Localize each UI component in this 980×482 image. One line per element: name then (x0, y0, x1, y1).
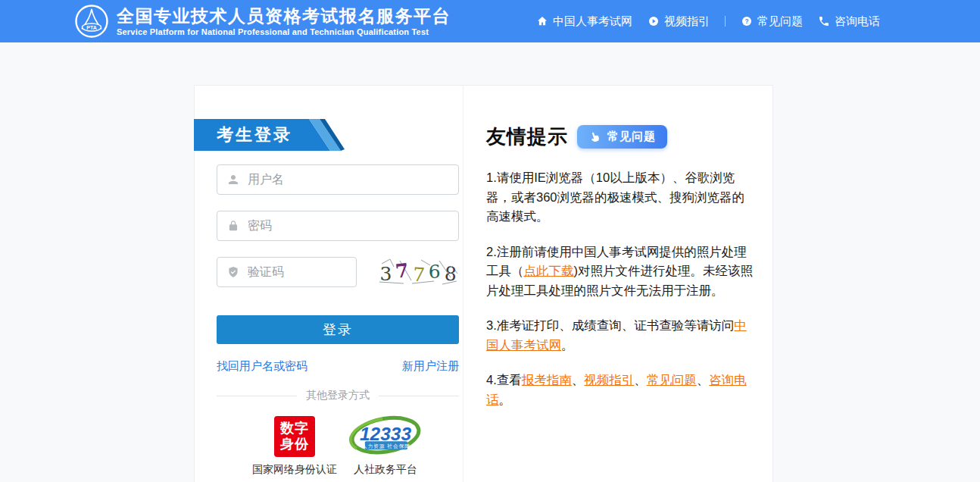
tip-paragraph: 2.注册前请使用中国人事考试网提供的照片处理工具（点此下载)对照片文件进行处理。… (486, 243, 753, 301)
s12333-label: 人社政务平台 (354, 463, 417, 477)
play-circle-icon (648, 15, 660, 27)
tip-text: 、 (634, 373, 647, 387)
phone-icon (818, 15, 830, 27)
brand: PTA 全国专业技术人员资格考试报名服务平台 Service Platform … (74, 4, 451, 39)
username-field (217, 164, 459, 195)
login-button[interactable]: 登录 (217, 315, 459, 344)
alt-login-12333: 12333 人力资源 社会保障 人社政务平台 (348, 416, 423, 477)
pointing-hand-icon (587, 129, 603, 145)
captcha-digit: 6 (429, 261, 441, 283)
tip-link[interactable]: 报考指南 (522, 373, 572, 387)
logo-12333-badge[interactable]: 12333 人力资源 社会保障 (348, 415, 423, 459)
alt-login-digital-id: 数字 身份 国家网络身份认证 (252, 416, 337, 477)
captcha-image[interactable]: 37768 (377, 257, 459, 287)
tips-title: 友情提示 (486, 124, 568, 150)
captcha-digits: 37768 (377, 257, 459, 287)
other-login-label: 其他登录方式 (306, 389, 370, 402)
tip-link[interactable]: 点此下载 (524, 264, 574, 277)
tips-header: 友情提示 常见问题 (486, 124, 753, 150)
other-login-divider: 其他登录方式 (217, 389, 459, 402)
page: PTA 全国专业技术人员资格考试报名服务平台 Service Platform … (0, 0, 980, 482)
login-section: 考生登录 (195, 86, 463, 482)
question-circle-icon: ? (741, 15, 753, 27)
tip-text: 3.准考证打印、成绩查询、证书查验等请访问 (486, 318, 734, 332)
captcha-digit: 7 (412, 263, 426, 286)
site-subtitle: Service Platform for National Profession… (117, 27, 451, 36)
password-field (217, 211, 459, 241)
pta-logo-icon: PTA (74, 4, 109, 39)
tip-text: 。 (561, 338, 574, 352)
digital-id-badge[interactable]: 数字 身份 (274, 416, 315, 457)
password-input[interactable] (248, 219, 451, 233)
nav-separator (725, 16, 726, 27)
tip-paragraph: 1.请使用IE浏览器（10以上版本）、谷歌浏览器，或者360浏览器的极速模式、搜… (486, 168, 753, 227)
svg-text:人力资源 社会保障: 人力资源 社会保障 (362, 443, 410, 449)
username-input[interactable] (248, 173, 451, 186)
captcha-input[interactable] (248, 265, 348, 279)
tip-link[interactable]: 视频指引 (584, 373, 634, 387)
tip-paragraph: 3.准考证打印、成绩查询、证书查验等请访问中国人事考试网。 (486, 316, 753, 355)
nav-item-cpta-site[interactable]: 中国人事考试网 (536, 14, 632, 29)
digital-id-label: 国家网络身份认证 (252, 463, 337, 477)
captcha-digit: 3 (379, 263, 392, 285)
register-link[interactable]: 新用户注册 (402, 359, 459, 374)
tip-text: 、 (697, 373, 710, 387)
candidate-login-banner: 考生登录 (194, 119, 345, 151)
login-title: 考生登录 (217, 119, 292, 151)
tip-text: 、 (572, 373, 585, 387)
tips-list: 1.请使用IE浏览器（10以上版本）、谷歌浏览器，或者360浏览器的极速模式、搜… (486, 168, 753, 409)
login-links: 找回用户名或密码 新用户注册 (217, 359, 459, 374)
forgot-credentials-link[interactable]: 找回用户名或密码 (217, 359, 307, 374)
svg-text:PTA: PTA (86, 25, 96, 30)
top-nav: 中国人事考试网 视频指引 ? 常见问题 咨询电话 (536, 14, 880, 29)
captcha-row: 37768 (217, 257, 459, 287)
captcha-field (217, 257, 357, 287)
tip-paragraph: 4.查看报考指南、视频指引、常见问题、咨询电话。 (486, 371, 753, 409)
login-card: 考生登录 (194, 85, 773, 482)
tip-link[interactable]: 常见问题 (647, 373, 697, 387)
user-icon (226, 173, 240, 186)
header: PTA 全国专业技术人员资格考试报名服务平台 Service Platform … (0, 0, 980, 42)
svg-text:?: ? (744, 17, 748, 25)
faq-button[interactable]: 常见问题 (577, 125, 667, 149)
lock-icon (226, 219, 240, 233)
nav-item-phone[interactable]: 咨询电话 (818, 14, 880, 29)
captcha-digit: 8 (444, 262, 457, 285)
tips-section: 友情提示 常见问题 1.请使用IE浏览器（10以上版本）、谷歌浏览器，或者360… (463, 86, 772, 482)
nav-item-video-guide[interactable]: 视频指引 (648, 14, 710, 29)
shield-check-icon (226, 265, 240, 279)
site-title: 全国专业技术人员资格考试报名服务平台 (117, 6, 451, 26)
tip-text: 。 (499, 393, 512, 406)
tip-text: 1.请使用IE浏览器（10以上版本）、谷歌浏览器，或者360浏览器的极速模式、搜… (486, 171, 744, 223)
home-icon (536, 15, 548, 27)
captcha-digit: 7 (395, 259, 410, 283)
tip-text: 4.查看 (486, 373, 522, 387)
alt-login-row: 数字 身份 国家网络身份认证 (217, 416, 459, 477)
nav-item-faq[interactable]: ? 常见问题 (741, 14, 803, 29)
